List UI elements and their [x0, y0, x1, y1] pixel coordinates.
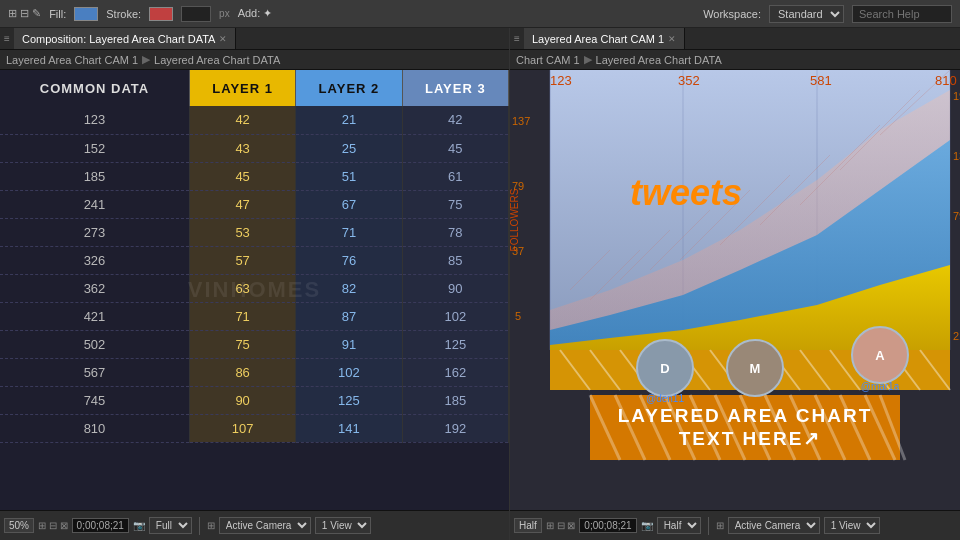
cell-layer2: 71 [296, 218, 402, 246]
cell-layer2: 82 [296, 274, 402, 302]
quality-select-left[interactable]: Full [149, 517, 192, 534]
right-breadcrumb-item-1[interactable]: Chart CAM 1 [516, 54, 580, 66]
svg-text:37: 37 [512, 245, 524, 257]
view-select-left[interactable]: Active Camera [219, 517, 311, 534]
table-row: 567 86 102 162 [0, 358, 509, 386]
left-panel: ≡ Composition: Layered Area Chart DATA ✕… [0, 28, 510, 510]
cell-layer3: 61 [402, 162, 508, 190]
cell-layer1: 47 [189, 190, 295, 218]
cell-layer2: 76 [296, 246, 402, 274]
table-row: 185 45 51 61 [0, 162, 509, 190]
right-tab-close[interactable]: ✕ [668, 34, 676, 44]
zoom-right-btn[interactable]: Half [514, 518, 542, 533]
table-row: 241 47 67 75 [0, 190, 509, 218]
main-area: ≡ Composition: Layered Area Chart DATA ✕… [0, 28, 960, 510]
right-tab-cam[interactable]: Layered Area Chart CAM 1 ✕ [524, 28, 685, 49]
cell-layer3: 192 [402, 414, 508, 442]
timecode-display-right[interactable]: 0;00;08;21 [579, 518, 636, 533]
right-tab-handle[interactable]: ≡ [510, 28, 524, 49]
svg-text:A: A [875, 348, 885, 363]
cell-layer2: 25 [296, 134, 402, 162]
cell-common: 745 [0, 386, 189, 414]
svg-text:tweets: tweets [630, 172, 742, 213]
breadcrumb-item-2[interactable]: Layered Area Chart DATA [154, 54, 280, 66]
timecode-display-left[interactable]: 0;00;08;21 [72, 518, 129, 533]
left-tab-bar: ≡ Composition: Layered Area Chart DATA ✕ [0, 28, 509, 50]
header-layer2: LAYER 2 [296, 70, 402, 106]
svg-text:352: 352 [678, 73, 700, 88]
table-row: 745 90 125 185 [0, 386, 509, 414]
timecode-right: 0;00;08;21 [579, 518, 636, 533]
toolbar-icons: ⊞ ⊟ ✎ [8, 7, 41, 20]
cell-layer2: 125 [296, 386, 402, 414]
search-input[interactable] [852, 5, 952, 23]
table-row: 502 75 91 125 [0, 330, 509, 358]
stroke-label: Stroke: [106, 8, 141, 20]
table-row: 273 53 71 78 [0, 218, 509, 246]
cell-layer3: 162 [402, 358, 508, 386]
svg-text:@mar1a: @mar1a [861, 381, 900, 392]
view-count-left[interactable]: 1 View [315, 517, 371, 534]
bottom-bars: 50% ⊞ ⊟ ⊠ 0;00;08;21 📷 Full ⊞ Active Cam… [0, 510, 960, 540]
cell-common: 273 [0, 218, 189, 246]
left-tab-comp[interactable]: Composition: Layered Area Chart DATA ✕ [14, 28, 236, 49]
chart-svg: 123 352 581 810 FOLLOWERS FOLLOWERS 137 … [510, 70, 960, 468]
cell-layer2: 21 [296, 106, 402, 134]
breadcrumb-item-1[interactable]: Layered Area Chart CAM 1 [6, 54, 138, 66]
px-input[interactable] [181, 6, 211, 22]
left-tab-handle[interactable]: ≡ [0, 28, 14, 49]
cell-common: 326 [0, 246, 189, 274]
camera-icon-left: 📷 [133, 520, 145, 531]
bottom-bar-right-inner: Half ⊞ ⊟ ⊠ 0;00;08;21 📷 Half ⊞ Active Ca… [510, 510, 960, 540]
quality-right: Half [657, 517, 701, 534]
fill-label: Fill: [49, 8, 66, 20]
right-tab-bar: ≡ Layered Area Chart CAM 1 ✕ [510, 28, 960, 50]
cell-layer1: 90 [189, 386, 295, 414]
chart-area: 123 352 581 810 FOLLOWERS FOLLOWERS 137 … [510, 70, 960, 510]
cell-layer1: 71 [189, 302, 295, 330]
zoom-right: Half [514, 518, 542, 533]
cell-layer3: 78 [402, 218, 508, 246]
table-row: 421 71 87 102 [0, 302, 509, 330]
breadcrumb-sep-1: ▶ [142, 53, 150, 66]
svg-text:TEXT HERE↗: TEXT HERE↗ [679, 428, 822, 449]
table-row: 152 43 25 45 [0, 134, 509, 162]
cell-layer1: 107 [189, 414, 295, 442]
right-breadcrumb-item-2[interactable]: Layered Area Chart DATA [596, 54, 722, 66]
workspace-select[interactable]: Standard [769, 5, 844, 23]
cell-common: 185 [0, 162, 189, 190]
cell-layer1: 75 [189, 330, 295, 358]
table-row: 362 63 82 90 [0, 274, 509, 302]
cell-common: 362 [0, 274, 189, 302]
fill-color-box[interactable] [74, 7, 98, 21]
svg-text:21: 21 [953, 330, 960, 342]
toolbar: ⊞ ⊟ ✎ Fill: Stroke: px Add: ✦ Workspace:… [0, 0, 960, 28]
cell-common: 152 [0, 134, 189, 162]
cell-common: 502 [0, 330, 189, 358]
nav-icons-left: ⊞ ⊟ ⊠ [38, 520, 68, 531]
left-tab-close[interactable]: ✕ [219, 34, 227, 44]
add-label: Add: ✦ [238, 7, 273, 20]
svg-text:137: 137 [953, 150, 960, 162]
view-count-right[interactable]: 1 View [824, 517, 880, 534]
cell-layer1: 45 [189, 162, 295, 190]
divider-left [199, 517, 200, 535]
stroke-color-box[interactable] [149, 7, 173, 21]
bottom-left-bar: 50% ⊞ ⊟ ⊠ 0;00;08;21 📷 Full ⊞ Active Cam… [0, 510, 510, 540]
zoom-left: 50% [4, 518, 34, 533]
data-table-area: vinhomes COMMON DATA LAYER 1 LAYER 2 LAY… [0, 70, 509, 510]
cell-layer2: 141 [296, 414, 402, 442]
timecode-left: 0;00;08;21 [72, 518, 129, 533]
cell-layer1: 86 [189, 358, 295, 386]
svg-text:@den11: @den11 [646, 393, 684, 404]
cell-layer2: 51 [296, 162, 402, 190]
svg-text:M: M [750, 361, 761, 376]
nav-icons-right: ⊞ ⊟ ⊠ [546, 520, 576, 531]
cell-layer1: 53 [189, 218, 295, 246]
left-breadcrumb: Layered Area Chart CAM 1 ▶ Layered Area … [0, 50, 509, 70]
view-select-right[interactable]: Active Camera [728, 517, 820, 534]
cell-layer2: 67 [296, 190, 402, 218]
divider-right [708, 517, 709, 535]
zoom-left-btn[interactable]: 50% [4, 518, 34, 533]
quality-select-right[interactable]: Half [657, 517, 701, 534]
